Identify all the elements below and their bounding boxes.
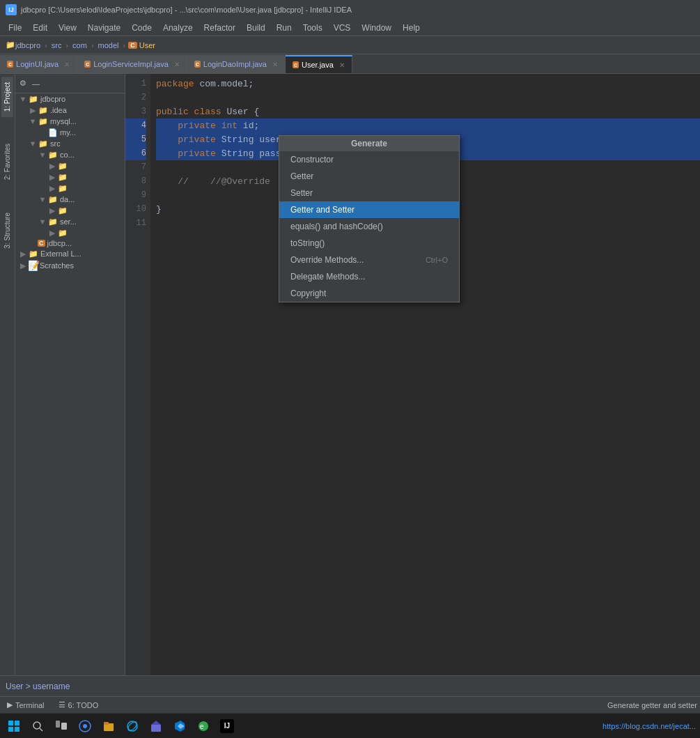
bottom-tab-terminal[interactable]: ▶ Terminal <box>3 699 49 711</box>
line-num-2: 2 <box>125 91 146 105</box>
tab-user[interactable]: c User.java ✕ <box>286 55 352 73</box>
taskbar-task-view[interactable] <box>52 716 71 736</box>
taskbar-store[interactable] <box>146 716 166 736</box>
terminal-label: Terminal <box>15 701 45 709</box>
tree-item-idea[interactable]: ▶ 📁 .idea <box>15 105 125 116</box>
svg-rect-3 <box>15 727 20 732</box>
taskbar-vscode[interactable] <box>170 716 189 736</box>
ie-icon <box>126 720 139 732</box>
menu-refactor[interactable]: Refactor <box>199 22 241 34</box>
breadcrumb-model[interactable]: model <box>98 41 119 49</box>
menu-run[interactable]: Run <box>271 22 297 34</box>
side-tab-favorites[interactable]: 2: Favorites <box>1 138 13 185</box>
tab-loginui[interactable]: c LoginUI.java ✕ <box>0 55 77 73</box>
tab-loginserviceimpl[interactable]: c LoginServiceImpl.java ✕ <box>77 55 187 73</box>
menu-file[interactable]: File <box>3 22 27 34</box>
java-icon-jdbcp: C <box>38 240 45 247</box>
tree-item-sub2[interactable]: ▶ 📁 <box>15 171 125 183</box>
tree-item-ser-sub[interactable]: ▶ 📁 <box>15 227 125 238</box>
breadcrumb-com[interactable]: com <box>72 41 87 49</box>
menu-vcs[interactable]: VCS <box>328 22 357 34</box>
menu-option-setter-label: Setter <box>290 188 313 198</box>
taskbar-browser2[interactable]: e <box>194 716 213 736</box>
status-message: Generate getter and setter <box>607 701 697 709</box>
folder-icon-sub2: 📁 <box>57 172 68 182</box>
taskbar-ie[interactable] <box>123 716 142 736</box>
tab-close-user[interactable]: ✕ <box>339 61 345 69</box>
menu-option-delegate[interactable]: Delegate Methods... <box>279 268 459 285</box>
breadcrumb-project-name[interactable]: jdbcpro <box>15 41 40 49</box>
menu-option-getter-setter[interactable]: Getter and Setter <box>279 201 459 218</box>
tree-item-mysql[interactable]: ▼ 📁 mysql... <box>15 116 125 127</box>
line-num-11: 11 <box>125 216 146 230</box>
tab-logindaoimpl[interactable]: c LoginDaoImpl.java ✕ <box>187 55 286 73</box>
menu-analyze[interactable]: Analyze <box>157 22 199 34</box>
menu-option-equals-label: equals() and hashCode() <box>290 222 383 231</box>
menu-option-getter[interactable]: Getter <box>279 168 459 185</box>
folder-icon-da: 📁 <box>47 194 59 204</box>
tree-item-sub1[interactable]: ▶ 📁 <box>15 160 125 171</box>
tree-item-da[interactable]: ▼ 📁 da... <box>15 194 125 205</box>
menu-code[interactable]: Code <box>126 22 157 34</box>
breadcrumb-sep-3: › <box>91 41 94 49</box>
side-tab-structure[interactable]: 3: Structure <box>1 207 13 254</box>
expand-icon-scratches: ▶ <box>18 261 28 270</box>
taskbar-chrome[interactable] <box>75 716 95 736</box>
menu-option-equals[interactable]: equals() and hashCode() <box>279 218 459 235</box>
menu-tools[interactable]: Tools <box>297 22 328 34</box>
breadcrumb-project[interactable]: 📁 <box>6 40 15 49</box>
sidebar-btn-settings[interactable]: ⚙ <box>18 77 28 89</box>
todo-label: 6: TODO <box>68 701 99 709</box>
breadcrumb-user[interactable]: User <box>139 41 155 49</box>
tree-label-jdbcp: jdbcp... <box>47 239 72 247</box>
menu-help[interactable]: Help <box>397 22 426 34</box>
taskbar-files[interactable] <box>99 716 118 736</box>
tree-item-sub3[interactable]: ▶ 📁 <box>15 183 125 194</box>
menu-option-constructor[interactable]: Constructor <box>279 151 459 168</box>
files-icon <box>103 721 114 732</box>
menu-option-override[interactable]: Override Methods... Ctrl+O <box>279 252 459 268</box>
side-tab-project[interactable]: 1: Project <box>1 77 13 117</box>
tree-item-co[interactable]: ▼ 📁 co... <box>15 149 125 160</box>
menu-view[interactable]: View <box>53 22 82 34</box>
tree-item-ser[interactable]: ▼ 📁 ser... <box>15 216 125 227</box>
menu-option-tostring[interactable]: toString() <box>279 235 459 252</box>
task-view-icon <box>56 721 67 732</box>
menu-edit[interactable]: Edit <box>27 22 53 34</box>
taskbar-search[interactable] <box>28 716 47 736</box>
menu-navigate[interactable]: Navigate <box>82 22 126 34</box>
left-panel: 1: Project 2: Favorites 3: Structure ⚙ —… <box>0 74 125 675</box>
chrome-icon <box>79 720 91 732</box>
menu-option-setter[interactable]: Setter <box>279 185 459 201</box>
expand-icon-ser: ▼ <box>38 217 47 226</box>
menu-option-override-label: Override Methods... <box>290 255 364 265</box>
line-num-3: 3 <box>125 105 146 118</box>
tab-close-service[interactable]: ✕ <box>174 61 180 68</box>
tab-close-dao[interactable]: ✕ <box>272 61 278 68</box>
sidebar-btn-minimize[interactable]: — <box>31 78 41 89</box>
taskbar-intellij[interactable]: IJ <box>217 716 237 736</box>
tab-close-loginui[interactable]: ✕ <box>64 61 70 68</box>
svg-text:e: e <box>200 723 204 730</box>
tree-item-src[interactable]: ▼ 📁 src <box>15 138 125 149</box>
menu-option-copyright-label: Copyright <box>290 289 326 298</box>
tab-label-loginui: LoginUI.java <box>16 60 59 68</box>
tree-item-scratches[interactable]: ▶ 📝 Scratches <box>15 259 125 272</box>
tree-item-jdbcp[interactable]: C jdbcp... <box>15 238 125 248</box>
tree-item-da-sub[interactable]: ▶ 📁 <box>15 205 125 216</box>
menu-window[interactable]: Window <box>356 22 397 34</box>
tree-item-my[interactable]: 📄 my... <box>15 127 125 138</box>
menu-option-copyright[interactable]: Copyright <box>279 285 459 302</box>
taskbar-windows[interactable] <box>4 716 24 736</box>
bottom-tabs: ▶ Terminal ☰ 6: TODO Generate getter and… <box>0 696 700 713</box>
tree-item-jdbcpro[interactable]: ▼ 📁 jdbcpro <box>15 93 125 105</box>
line-num-10: 10 <box>125 202 146 216</box>
tree-label-my: my... <box>60 128 76 137</box>
bottom-tab-todo[interactable]: ☰ 6: TODO <box>54 699 103 711</box>
editor-area[interactable]: 1 2 3 4 5 6 7 8 9 10 11 package com.mode… <box>125 74 700 675</box>
breadcrumb-src[interactable]: src <box>52 41 62 49</box>
line-numbers: 1 2 3 4 5 6 7 8 9 10 11 <box>125 74 150 675</box>
tree-item-external[interactable]: ▶ 📁 External L... <box>15 248 125 259</box>
menu-option-delegate-label: Delegate Methods... <box>290 272 365 282</box>
menu-build[interactable]: Build <box>241 22 271 34</box>
